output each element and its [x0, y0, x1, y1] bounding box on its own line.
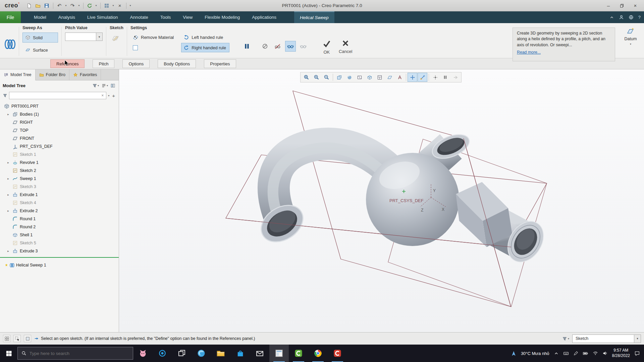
tree-item-sketch1[interactable]: Sketch 1 — [0, 150, 119, 159]
tree-item-extrude2[interactable]: ▸Extrude 2 — [0, 207, 119, 215]
verify-button[interactable] — [298, 41, 309, 52]
tab-applications[interactable]: Applications — [246, 11, 282, 23]
expander-icon[interactable]: ▸ — [6, 161, 10, 164]
annotation-display-icon[interactable] — [395, 73, 405, 82]
mail-button[interactable] — [250, 345, 269, 362]
cortana-button[interactable] — [153, 345, 172, 362]
tree-item-root[interactable]: PRT0001.PRT — [0, 102, 119, 110]
show-hidden-icons-button[interactable] — [554, 351, 559, 356]
panel-tab-properties[interactable]: Properties — [204, 59, 236, 68]
tab-folder-browser[interactable]: Folder Bro — [36, 69, 69, 80]
attached-preview-button[interactable] — [285, 41, 296, 52]
pen-icon[interactable] — [573, 351, 578, 356]
taskbar-search-input[interactable] — [30, 351, 129, 356]
camtasia-button[interactable] — [289, 345, 308, 362]
close-button[interactable]: × — [629, 1, 642, 10]
display-style-icon[interactable] — [355, 73, 364, 82]
tab-file[interactable]: File — [0, 11, 21, 23]
left-handed-rule-button[interactable]: Left handed rule — [181, 33, 229, 42]
shaded-view-icon[interactable] — [344, 73, 354, 82]
recorder-button[interactable] — [328, 345, 347, 362]
zoom-out-icon[interactable] — [322, 73, 331, 82]
datum-dropdown-arrow[interactable]: ▾ — [630, 43, 631, 46]
weather-widget[interactable]: 30°C Mưa nhỏ — [521, 351, 549, 356]
account-icon[interactable] — [619, 15, 624, 20]
tree-item-extrude1[interactable]: ▸Extrude 1 — [0, 191, 119, 199]
sketch-view-icon[interactable] — [418, 73, 427, 82]
ok-button[interactable]: OK — [323, 40, 331, 55]
panel-tab-options[interactable]: Options — [122, 59, 150, 68]
connections-icon[interactable] — [629, 15, 634, 20]
panel-tab-pitch[interactable]: Pitch — [93, 59, 114, 68]
start-button[interactable] — [0, 345, 17, 362]
no-preview-button[interactable] — [260, 41, 270, 52]
view-manager-icon[interactable] — [375, 73, 384, 82]
tab-tools[interactable]: Tools — [155, 11, 177, 23]
datum-group[interactable]: Datum ▾ — [620, 27, 641, 46]
tree-item-top-plane[interactable]: TOP — [0, 126, 119, 134]
zoom-in-icon[interactable] — [312, 73, 321, 82]
expander-icon[interactable]: ▸ — [6, 209, 10, 213]
action-center-button[interactable] — [634, 351, 640, 356]
graphics-area[interactable]: PRT_CSYS_DEF Y X Z — [119, 69, 644, 332]
sketch-button[interactable] — [110, 33, 121, 43]
windows-dropdown-arrow[interactable]: ▾ — [111, 1, 115, 10]
tab-live-simulation[interactable]: Live Simulation — [82, 11, 124, 23]
network-icon[interactable] — [593, 351, 598, 356]
tab-view[interactable]: View — [177, 11, 198, 23]
tree-item-shell1[interactable]: Shell 1 — [0, 231, 119, 239]
regenerate-dropdown-arrow[interactable]: ▾ — [94, 1, 98, 10]
tree-item-helical-sweep-pending[interactable]: Helical Sweep 1 — [0, 261, 119, 269]
tab-analysis[interactable]: Analysis — [53, 11, 81, 23]
add-filter-button[interactable]: + — [111, 93, 116, 99]
tree-item-revolve1[interactable]: ▸Revolve 1 — [0, 159, 119, 167]
tab-helical-sweep[interactable]: Helical Sweep — [294, 11, 334, 23]
regenerate-button[interactable] — [86, 1, 94, 10]
select-box-icon[interactable] — [13, 335, 21, 342]
tree-item-extrude3[interactable]: ▸Extrude 3 — [0, 247, 119, 255]
tab-annotate[interactable]: Annotate — [124, 11, 154, 23]
tab-model-tree[interactable]: Model Tree — [0, 69, 36, 80]
help-icon[interactable]: ? — [638, 15, 641, 20]
saved-orientations-icon[interactable] — [365, 73, 374, 82]
pinned-app-icon[interactable] — [133, 345, 153, 362]
selection-grid-icon[interactable] — [3, 335, 10, 342]
tab-model[interactable]: Model — [28, 11, 52, 23]
redo-dropdown-arrow[interactable]: ▾ — [77, 1, 81, 10]
panel-tab-body-options[interactable]: Body Options — [158, 59, 196, 68]
refit-icon[interactable] — [302, 73, 311, 82]
thin-sweep-checkbox[interactable] — [133, 45, 138, 50]
tree-item-sketch3[interactable]: Sketch 3 — [0, 183, 119, 191]
pitch-value-input[interactable] — [65, 33, 96, 41]
tree-item-csys[interactable]: PRT_CSYS_DEF — [0, 142, 119, 150]
tree-item-sketch2[interactable]: Sketch 2 — [0, 167, 119, 175]
maximize-button[interactable] — [615, 1, 629, 10]
panel-tab-references[interactable]: References — [50, 59, 85, 68]
read-more-link[interactable]: Read more... — [517, 50, 541, 55]
expander-icon[interactable]: ▸ — [6, 113, 10, 116]
tree-item-front-plane[interactable]: FRONT — [0, 134, 119, 142]
clock[interactable]: 9:57 AM 8/28/2022 — [612, 348, 630, 358]
touch-keyboard-icon[interactable] — [563, 351, 569, 356]
tree-item-sweep1[interactable]: ▸Sweep 1 — [0, 175, 119, 183]
minimize-button[interactable]: – — [602, 1, 615, 10]
insert-here-locator[interactable] — [0, 257, 119, 258]
right-handed-rule-button[interactable]: Right handed rule — [181, 43, 229, 52]
selection-filter-combo[interactable]: Sketch ▾ — [572, 335, 641, 343]
redo-button[interactable]: ↷ — [68, 1, 77, 10]
previous-tool-icon[interactable] — [450, 73, 460, 82]
tree-item-sketch4[interactable]: Sketch 4 — [0, 199, 119, 207]
pause-button[interactable] — [241, 41, 252, 52]
dragger-icon[interactable] — [408, 73, 417, 82]
3d-model-viewport[interactable]: PRT_CSYS_DEF Y X Z — [119, 69, 644, 332]
pitch-dropdown-button[interactable]: ▾ — [96, 33, 103, 41]
repaint-icon[interactable] — [334, 73, 344, 82]
volume-icon[interactable] — [602, 351, 608, 356]
tree-item-round2[interactable]: Round 2 — [0, 223, 119, 231]
tree-filter-settings-button[interactable]: ▾ — [92, 82, 100, 89]
solid-button[interactable]: Solid — [22, 33, 58, 43]
tab-favorites[interactable]: Favorites — [69, 69, 101, 80]
region-select-icon[interactable] — [24, 335, 31, 342]
search-dropdown-arrow[interactable]: ▾ — [108, 94, 109, 97]
file-explorer-button[interactable] — [211, 345, 230, 362]
